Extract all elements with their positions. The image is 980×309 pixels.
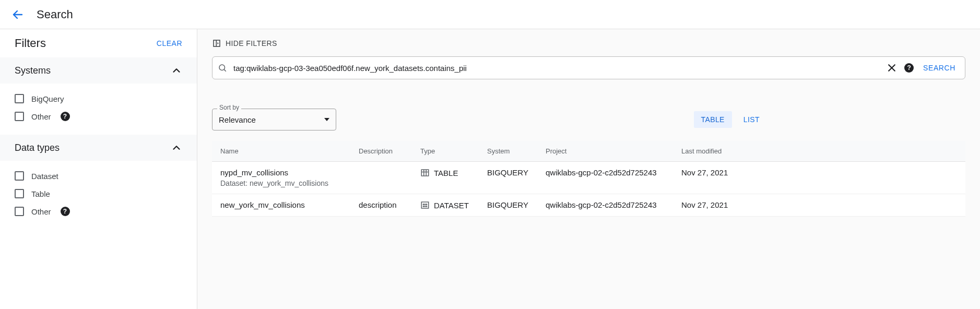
results-header-row: Name Description Type System Project Las… — [212, 141, 965, 162]
sort-by-legend: Sort by — [217, 104, 241, 111]
table-row[interactable]: nypd_mv_collisions Dataset: new_york_mv_… — [212, 162, 965, 194]
svg-rect-5 — [421, 170, 429, 176]
row-system: BIGQUERY — [487, 168, 546, 177]
row-name: nypd_mv_collisions — [220, 168, 353, 177]
filter-group-datatypes-header[interactable]: Data types — [0, 135, 197, 161]
panel-collapse-icon — [212, 39, 221, 48]
search-icon — [218, 63, 227, 73]
row-modified: Nov 27, 2021 — [681, 168, 957, 177]
checkbox-icon[interactable] — [15, 94, 24, 103]
svg-point-10 — [423, 204, 424, 205]
top-header: Search — [0, 0, 980, 29]
table-row[interactable]: new_york_mv_collisions description DATAS… — [212, 194, 965, 217]
filter-option-table[interactable]: Table — [15, 185, 182, 203]
svg-point-12 — [426, 204, 427, 205]
row-system: BIGQUERY — [487, 200, 546, 209]
page-title: Search — [37, 8, 73, 21]
view-list-button[interactable]: LIST — [736, 111, 767, 128]
svg-point-13 — [423, 206, 424, 207]
chevron-up-icon — [171, 65, 182, 76]
help-icon[interactable]: ? — [61, 207, 70, 216]
row-project: qwiklabs-gcp-02-c2d52d725243 — [546, 200, 681, 209]
col-header-project[interactable]: Project — [546, 147, 681, 155]
col-header-system[interactable]: System — [487, 147, 546, 155]
view-toggle: TABLE LIST — [694, 111, 767, 128]
sort-by-field[interactable]: Sort by Relevance — [212, 109, 336, 130]
filter-option-label: BigQuery — [31, 94, 64, 103]
checkbox-icon[interactable] — [15, 189, 24, 198]
row-type: DATASET — [434, 201, 469, 210]
row-type: TABLE — [434, 169, 458, 177]
search-button[interactable]: SEARCH — [919, 64, 960, 72]
help-icon[interactable]: ? — [61, 112, 70, 121]
filter-group-systems-title: Systems — [15, 65, 51, 76]
svg-point-15 — [426, 206, 427, 207]
search-input[interactable] — [232, 63, 881, 73]
svg-point-14 — [424, 206, 426, 207]
filter-option-label: Table — [31, 189, 50, 198]
filter-group-systems-options: BigQuery Other ? — [0, 84, 197, 135]
checkbox-icon[interactable] — [15, 112, 24, 121]
filter-option-other-system[interactable]: Other ? — [15, 108, 182, 125]
svg-point-1 — [219, 65, 225, 70]
sort-by-select[interactable]: Relevance — [212, 109, 336, 130]
filter-option-other-datatype[interactable]: Other ? — [15, 203, 182, 220]
arrow-left-icon — [11, 8, 24, 21]
col-header-name[interactable]: Name — [220, 147, 359, 155]
col-header-description[interactable]: Description — [359, 147, 420, 155]
row-modified: Nov 27, 2021 — [681, 200, 957, 209]
svg-point-11 — [424, 204, 426, 205]
filter-option-dataset[interactable]: Dataset — [15, 167, 182, 185]
hide-filters-button[interactable]: HIDE FILTERS — [212, 39, 277, 48]
clear-filters-button[interactable]: CLEAR — [157, 39, 182, 47]
clear-search-icon[interactable] — [887, 63, 897, 73]
sort-by-value: Relevance — [219, 115, 256, 124]
col-header-type[interactable]: Type — [420, 147, 487, 155]
filter-group-systems-header[interactable]: Systems — [0, 57, 197, 84]
search-bar: ? SEARCH — [212, 56, 965, 79]
row-subtext: Dataset: new_york_mv_collisions — [220, 179, 353, 187]
row-project: qwiklabs-gcp-02-c2d52d725243 — [546, 168, 681, 177]
back-button[interactable] — [9, 6, 26, 23]
help-icon[interactable]: ? — [904, 63, 914, 73]
filter-option-label: Dataset — [31, 172, 58, 181]
filter-group-datatypes-title: Data types — [15, 142, 60, 153]
filters-sidebar: Filters CLEAR Systems BigQuery Other ? D… — [0, 29, 197, 309]
filter-option-bigquery[interactable]: BigQuery — [15, 90, 182, 108]
table-icon — [420, 168, 430, 177]
row-description: description — [359, 200, 420, 209]
filter-option-label: Other — [31, 207, 51, 216]
results-table: Name Description Type System Project Las… — [212, 141, 965, 217]
filters-header: Filters CLEAR — [0, 29, 197, 57]
filter-group-datatypes-options: Dataset Table Other ? — [0, 161, 197, 230]
controls-row: Sort by Relevance TABLE LIST — [212, 109, 965, 130]
col-header-modified[interactable]: Last modified — [681, 147, 957, 155]
body: Filters CLEAR Systems BigQuery Other ? D… — [0, 29, 980, 309]
dataset-icon — [420, 200, 430, 210]
view-table-button[interactable]: TABLE — [694, 111, 732, 128]
main-panel: HIDE FILTERS ? SEARCH Sort by Relevance — [197, 29, 980, 309]
svg-line-2 — [224, 69, 226, 71]
hide-filters-label: HIDE FILTERS — [226, 39, 277, 47]
chevron-up-icon — [171, 142, 182, 153]
checkbox-icon[interactable] — [15, 171, 24, 181]
checkbox-icon[interactable] — [15, 207, 24, 216]
filters-title: Filters — [15, 37, 46, 50]
filter-option-label: Other — [31, 112, 51, 121]
dropdown-icon — [324, 118, 329, 121]
row-name: new_york_mv_collisions — [220, 200, 353, 209]
